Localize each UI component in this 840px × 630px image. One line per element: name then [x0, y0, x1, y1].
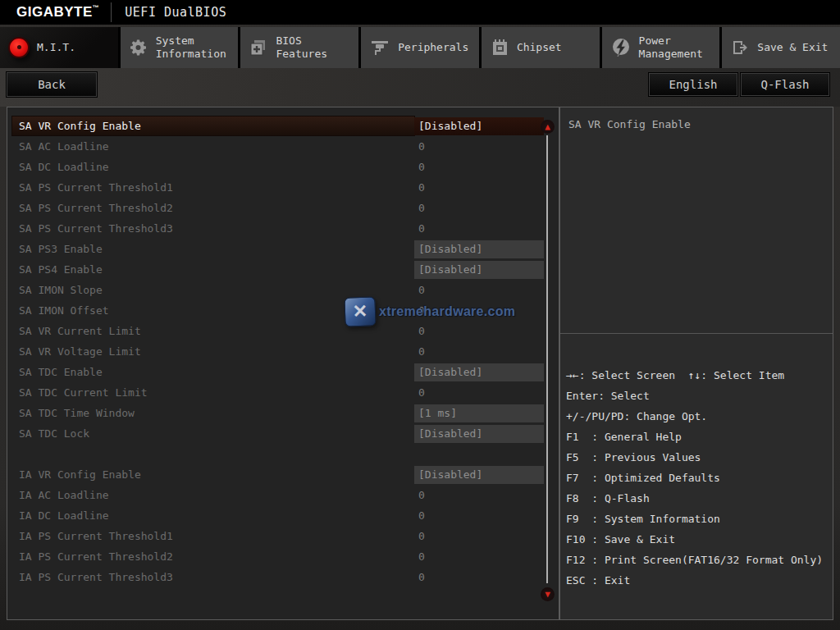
settings-row[interactable]: SA IMON Slope0 [7, 280, 559, 300]
key-legend-line: Enter: Select [566, 386, 831, 406]
key-legend-line: F1 : General Help [566, 427, 831, 447]
peripheral-device-icon [369, 38, 390, 57]
setting-label: IA AC Loadline [12, 486, 414, 504]
settings-row[interactable]: SA TDC Enable[Disabled] [7, 362, 559, 382]
scrollbar-track[interactable] [546, 135, 548, 583]
language-button[interactable]: English [649, 73, 737, 96]
setting-label: SA PS Current Threshold3 [12, 219, 414, 238]
key-legend-line: →←: Select Screen ↑↓: Select Item [566, 365, 831, 386]
setting-label: SA TDC Lock [12, 424, 414, 443]
settings-row[interactable]: IA PS Current Threshold10 [7, 526, 559, 546]
settings-row[interactable]: SA TDC Current Limit0 [7, 382, 559, 403]
scroll-down-arrow[interactable]: ▼ [541, 587, 555, 601]
title-divider [111, 2, 112, 22]
settings-row[interactable]: IA PS Current Threshold20 [7, 546, 559, 567]
setting-label: SA TDC Time Window [12, 404, 414, 422]
trademark-symbol: ™ [93, 4, 100, 11]
setting-label: SA TDC Current Limit [12, 383, 414, 402]
settings-row[interactable]: SA AC Loadline0 [7, 136, 559, 157]
tab-power-management[interactable]: Power Management [602, 27, 720, 68]
setting-value[interactable]: 0 [414, 486, 544, 504]
key-legend: →←: Select Screen ↑↓: Select ItemEnter: … [566, 365, 831, 591]
setting-value[interactable]: 0 [414, 527, 544, 546]
setting-label [12, 445, 414, 463]
settings-row[interactable]: SA VR Current Limit0 [7, 321, 559, 341]
setting-value[interactable]: 0 [414, 322, 544, 340]
tab-peripherals[interactable]: Peripherals [361, 27, 479, 68]
setting-value[interactable]: 0 [414, 199, 544, 217]
settings-row[interactable]: SA PS Current Threshold20 [7, 198, 559, 218]
setting-value[interactable]: [Disabled] [414, 240, 544, 258]
settings-spacer-row [7, 444, 559, 464]
key-legend-line: F7 : Optimized Defaults [566, 468, 831, 488]
settings-row[interactable]: SA VR Config Enable[Disabled] [7, 116, 559, 136]
setting-label: SA VR Voltage Limit [12, 342, 414, 361]
settings-row[interactable]: SA VR Voltage Limit0 [7, 341, 559, 362]
setting-label: SA TDC Enable [12, 363, 414, 381]
setting-value[interactable]: 0 [414, 281, 544, 299]
setting-value[interactable]: 0 [414, 547, 544, 566]
key-legend-line: F5 : Previous Values [566, 447, 831, 468]
setting-label: SA PS3 Enable [12, 240, 414, 258]
qflash-button[interactable]: Q-Flash [741, 73, 829, 96]
setting-label: IA PS Current Threshold2 [12, 547, 414, 566]
settings-row[interactable]: SA PS Current Threshold30 [7, 218, 559, 239]
settings-row[interactable]: SA TDC Lock[Disabled] [7, 423, 559, 444]
settings-row[interactable]: SA IMON Offset0 [7, 300, 559, 321]
setting-label: SA IMON Slope [12, 281, 414, 299]
settings-row[interactable]: IA DC Loadline0 [7, 505, 559, 526]
setting-value[interactable]: 0 [414, 301, 544, 320]
tab-mit[interactable]: M.I.T. [0, 27, 118, 68]
setting-label: SA DC Loadline [12, 158, 414, 176]
settings-row[interactable]: SA DC Loadline0 [7, 157, 559, 177]
key-legend-line: F10 : Save & Exit [566, 529, 831, 550]
tab-label: Save & Exit [757, 41, 828, 54]
key-legend-line: F12 : Print Screen(FAT16/32 Format Only) [566, 550, 831, 570]
tab-system-information[interactable]: System Information [121, 27, 239, 68]
settings-row[interactable]: SA PS4 Enable[Disabled] [7, 259, 559, 280]
tab-label: Power Management [639, 34, 720, 61]
setting-label: SA IMON Offset [12, 301, 414, 320]
setting-value[interactable]: 0 [414, 383, 544, 402]
settings-row[interactable]: IA PS Current Threshold30 [7, 567, 559, 587]
tab-chipset[interactable]: Chipset [482, 27, 600, 68]
settings-row[interactable]: SA PS3 Enable[Disabled] [7, 239, 559, 259]
setting-label: SA VR Current Limit [12, 322, 414, 340]
bios-screen: { "header": { "brand": "GIGABYTE", "trad… [0, 0, 840, 630]
settings-list: SA VR Config Enable[Disabled]SA AC Loadl… [7, 116, 559, 587]
title-bar: GIGABYTE™ UEFI DualBIOS [0, 0, 840, 25]
setting-value[interactable]: [Disabled] [414, 117, 544, 135]
setting-label: SA PS Current Threshold2 [12, 199, 414, 217]
settings-row[interactable]: SA TDC Time Window[1 ms] [7, 403, 559, 423]
setting-value[interactable]: 0 [414, 137, 544, 156]
setting-label: SA AC Loadline [12, 137, 414, 156]
settings-panel: SA VR Config Enable[Disabled]SA AC Loadl… [7, 107, 559, 620]
setting-value[interactable]: [Disabled] [414, 425, 544, 443]
setting-value[interactable]: 0 [414, 342, 544, 361]
key-legend-line: ESC : Exit [566, 570, 831, 591]
setting-value[interactable]: 0 [414, 568, 544, 587]
back-button[interactable]: Back [7, 72, 97, 97]
tab-save-exit[interactable]: Save & Exit [722, 27, 840, 68]
tab-label: BIOS Features [276, 34, 358, 61]
gigabyte-logo: GIGABYTE™ [0, 4, 99, 21]
scroll-up-arrow[interactable]: ▲ [541, 120, 555, 134]
setting-value[interactable]: 0 [414, 506, 544, 525]
setting-value[interactable]: 0 [414, 219, 544, 238]
help-divider [560, 333, 833, 334]
setting-value[interactable]: [Disabled] [414, 261, 544, 279]
tab-bios-features[interactable]: BIOS Features [240, 27, 358, 68]
setting-value[interactable]: [Disabled] [414, 466, 544, 484]
tab-label: System Information [156, 34, 238, 61]
mit-dial-icon [8, 37, 30, 58]
setting-label: SA PS4 Enable [12, 260, 414, 279]
setting-value[interactable]: [Disabled] [414, 363, 544, 381]
key-legend-line: F9 : System Information [566, 509, 831, 529]
settings-row[interactable]: SA PS Current Threshold10 [7, 177, 559, 198]
settings-row[interactable]: IA AC Loadline0 [7, 485, 559, 505]
key-legend-line: F8 : Q-Flash [566, 488, 831, 509]
setting-value[interactable]: 0 [414, 158, 544, 176]
setting-value[interactable]: 0 [414, 178, 544, 197]
setting-value[interactable]: [1 ms] [414, 404, 544, 422]
settings-row[interactable]: IA VR Config Enable[Disabled] [7, 464, 559, 485]
